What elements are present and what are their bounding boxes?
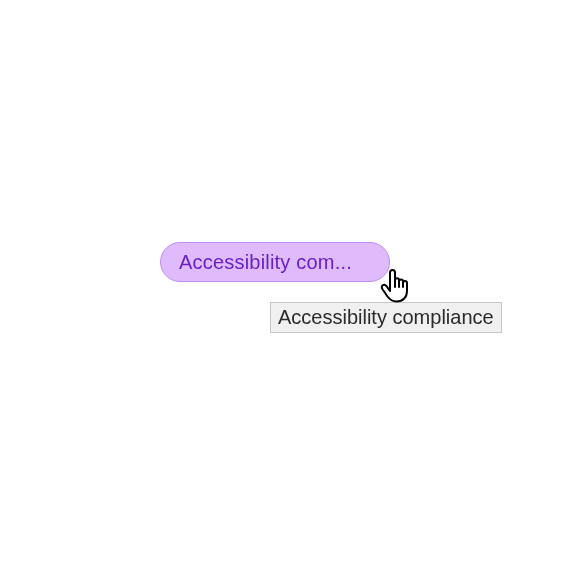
tooltip: Accessibility compliance — [270, 302, 502, 333]
tag-label: Accessibility com... — [179, 251, 371, 274]
tag-pill[interactable]: Accessibility com... — [160, 242, 390, 282]
canvas: Accessibility com... Accessibility compl… — [0, 0, 576, 576]
